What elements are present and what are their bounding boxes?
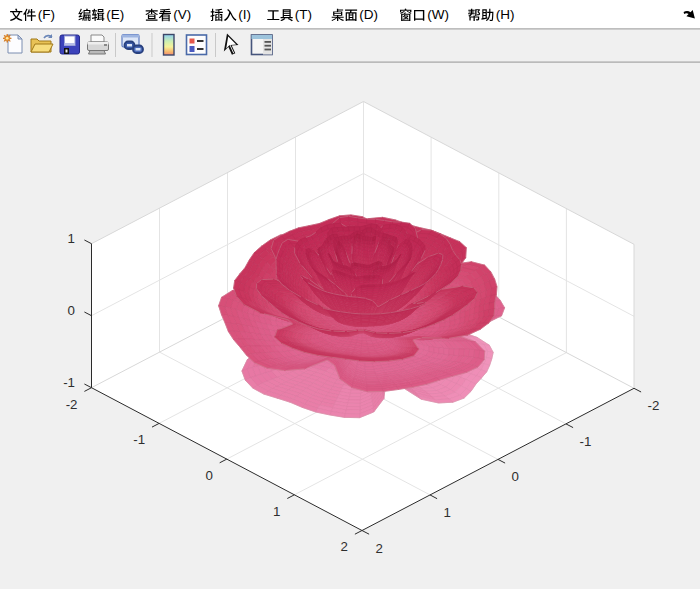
svg-text:0: 0 (512, 469, 519, 484)
svg-text:-2: -2 (648, 398, 660, 413)
svg-text:(E): (E) (106, 7, 124, 22)
svg-text:(H): (H) (496, 7, 515, 22)
svg-text:(F): (F) (38, 7, 55, 22)
svg-text:(T): (T) (295, 7, 312, 22)
svg-text:0: 0 (68, 303, 75, 318)
svg-text:(W): (W) (427, 7, 449, 22)
svg-text:2: 2 (376, 541, 383, 556)
svg-text:(I): (I) (238, 7, 251, 22)
svg-text:2: 2 (341, 539, 348, 554)
svg-text:-1: -1 (580, 434, 592, 449)
svg-text:(D): (D) (359, 7, 378, 22)
svg-text:-1: -1 (133, 432, 145, 447)
svg-text:1: 1 (273, 504, 280, 519)
svg-text:1: 1 (444, 505, 451, 520)
svg-text:-2: -2 (66, 397, 78, 412)
svg-text:1: 1 (68, 231, 75, 246)
svg-text:0: 0 (205, 468, 212, 483)
svg-text:(V): (V) (173, 7, 191, 22)
svg-text:-1: -1 (63, 375, 75, 390)
